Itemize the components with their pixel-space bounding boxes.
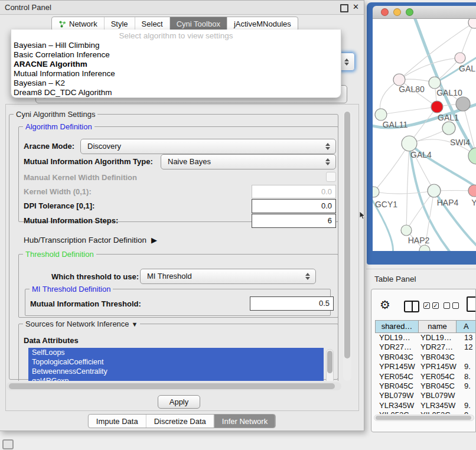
cyni-settings-fieldset: Cyni Algorithm Settings Algorithm Defini… (8, 109, 342, 381)
algorithm-definition-group: Algorithm Definition Aracne Mode: Discov… (18, 126, 338, 222)
network-node-gal11[interactable] (375, 109, 387, 120)
network-node[interactable] (468, 19, 476, 28)
node-label-gcy1: GCY1 (375, 200, 397, 209)
tab-label: Network (69, 19, 97, 28)
table-body: YDL19…YDL19…13YDR27…YDR27…12YBR043CYBR04… (375, 333, 475, 414)
table-row[interactable]: YBR045CYBR045C9. (375, 381, 475, 391)
algorithm-dropdown-popup: Select algorithm to view settings Bayesi… (11, 30, 341, 98)
scrollbar-thumb[interactable] (344, 112, 350, 358)
network-node-gal80[interactable] (393, 74, 405, 86)
mi-threshold-field[interactable]: 0.5 (250, 296, 334, 311)
algorithm-option-basic-correlation-inference[interactable]: Basic Correlation Inference (11, 50, 341, 60)
tab-network[interactable]: Network (52, 17, 104, 31)
split-columns-icon[interactable] (404, 301, 419, 312)
table-row[interactable]: YLR345WYLR345W9. (375, 401, 475, 410)
data-attribute-item[interactable]: BetweennessCentrality (28, 367, 324, 376)
mouse-cursor (360, 211, 366, 220)
new-table-icon[interactable] (467, 296, 476, 312)
dpi-tolerance-label: DPI Tolerance [0,1]: (24, 201, 94, 210)
table-cell: YDR27… (375, 343, 419, 352)
data-attributes-list[interactable]: SelfLoopsTopologicalCoefficientBetweenne… (28, 348, 324, 381)
node-label-gal80: GAL80 (399, 84, 425, 94)
kernel-width-field[interactable]: 0.0 (252, 185, 336, 198)
mi-algorithm-combo[interactable]: Naive Bayes (161, 154, 336, 169)
data-attribute-item[interactable]: TopologicalCoefficient (28, 357, 324, 367)
network-node-swi4[interactable] (442, 122, 455, 135)
settings-vertical-scrollbar[interactable] (343, 110, 351, 381)
table-horizontal-scrollbar[interactable] (374, 415, 474, 421)
table-row[interactable]: YBL079WYBL079W (375, 391, 475, 400)
minimize-traffic-light-icon[interactable] (393, 8, 401, 16)
network-window-titlebar[interactable] (373, 6, 476, 19)
checked-boxes-icon[interactable]: ✓ ✓ (423, 302, 439, 309)
network-node-hap2[interactable] (401, 225, 412, 236)
column-header-shared[interactable]: shared… (375, 320, 419, 333)
network-node-gal10[interactable] (429, 77, 441, 89)
table-row[interactable]: YDL19…YDL19…13 (375, 333, 475, 343)
zoom-traffic-light-icon[interactable] (406, 8, 413, 16)
network-canvas[interactable]: GALGAL80GAL10GAL1GAL11SWI4GAL4GCY1HAP4YH… (373, 19, 476, 251)
table-row[interactable]: YPR145WYPR145W9. (375, 362, 475, 371)
mi-threshold-label: Mutual Information Threshold: (30, 299, 141, 308)
attributes-scrollbar[interactable] (326, 349, 334, 381)
scrollbar-thumb[interactable] (327, 351, 332, 373)
data-attribute-item[interactable]: SelfLoops (28, 348, 324, 357)
data-attribute-item[interactable]: gal4RGexp (28, 376, 324, 381)
tab-discretize-data[interactable]: Discretize Data (146, 415, 214, 428)
aracne-mode-combo[interactable]: Discovery (80, 139, 336, 154)
table-cell: YPR145W (419, 362, 457, 371)
gear-icon[interactable]: ⚙ (380, 298, 390, 312)
algorithm-option-bayesian-k2[interactable]: Bayesian – K2 (11, 79, 341, 88)
dpi-tolerance-field[interactable]: 0.0 (252, 199, 336, 213)
stepper-arrows-icon (325, 139, 332, 154)
column-header-name[interactable]: name (418, 320, 457, 333)
float-window-icon[interactable] (340, 4, 348, 12)
kernel-width-label: Kernel Width (0,1): (24, 187, 92, 196)
scrollbar-thumb[interactable] (9, 383, 335, 389)
expand-arrow-icon[interactable]: ▶ (151, 236, 157, 244)
network-node-hap4[interactable] (428, 184, 441, 197)
table-row[interactable]: YER054CYER054C8. (375, 372, 475, 381)
scrollbar-thumb[interactable] (376, 416, 471, 420)
group-title: Cyni Algorithm Settings (14, 110, 97, 119)
algorithm-option-aracne-algorithm[interactable]: ARACNE Algorithm (11, 60, 341, 69)
collapsed-panel-icon[interactable] (2, 439, 14, 449)
node-label-hap4: HAP4 (437, 198, 459, 207)
mi-steps-field[interactable]: 6 (252, 214, 336, 228)
settings-horizontal-scrollbar[interactable] (6, 382, 341, 390)
network-node-gcy1[interactable] (373, 187, 379, 197)
table-cell (457, 353, 475, 362)
checkbox-empty-icon (444, 302, 450, 309)
network-node-y[interactable] (468, 185, 476, 197)
tab-cyni-toolbox[interactable]: Cyni Toolbox (169, 17, 227, 31)
network-node-gal4[interactable] (402, 136, 417, 151)
algorithm-option-mutual-information-inference[interactable]: Mutual Information Inference (11, 69, 341, 79)
column-header-a[interactable]: A (456, 320, 476, 333)
tab-infer-network[interactable]: Infer Network (214, 415, 275, 428)
hub-definition-expander[interactable]: Hub/Transcription Factor Definition▶ (24, 236, 157, 244)
table-cell: YBL079W (419, 391, 457, 400)
network-node[interactable] (468, 148, 476, 164)
close-traffic-light-icon[interactable] (381, 8, 389, 16)
algorithm-option-bayesian-hill-climbing[interactable]: Bayesian – Hill Climbing (11, 41, 341, 50)
collapse-arrow-icon[interactable]: ▼ (132, 321, 138, 328)
tab-style[interactable]: Style (104, 17, 135, 31)
which-threshold-combo[interactable]: MI Threshold (140, 269, 316, 284)
network-node-gal[interactable] (455, 53, 465, 63)
network-node[interactable] (456, 97, 470, 111)
node-label-gal10: GAL10 (436, 88, 462, 97)
stepper-arrows-icon (305, 269, 312, 283)
apply-button[interactable]: Apply (158, 395, 200, 409)
network-node-gal1[interactable] (431, 101, 443, 113)
manual-kernel-checkbox[interactable] (326, 172, 336, 182)
unchecked-boxes-icon[interactable] (444, 302, 459, 309)
table-row[interactable]: YDR27…YDR27…12 (375, 343, 475, 352)
tab-impute-data[interactable]: Impute Data (89, 415, 146, 428)
group-title: Threshold Definition (23, 250, 96, 259)
table-row[interactable]: YBR043CYBR043C (375, 353, 475, 362)
algorithm-option-dream8-dc-tdc-algorithm[interactable]: Dream8 DC_TDC Algorithm (11, 88, 341, 97)
tab-select[interactable]: Select (135, 17, 169, 31)
tab-jactivemnodules[interactable]: jActiveMNodules (227, 17, 298, 31)
table-row[interactable]: YIL052CYIL052C9 (375, 410, 475, 414)
close-icon[interactable]: ✕ (353, 2, 359, 11)
